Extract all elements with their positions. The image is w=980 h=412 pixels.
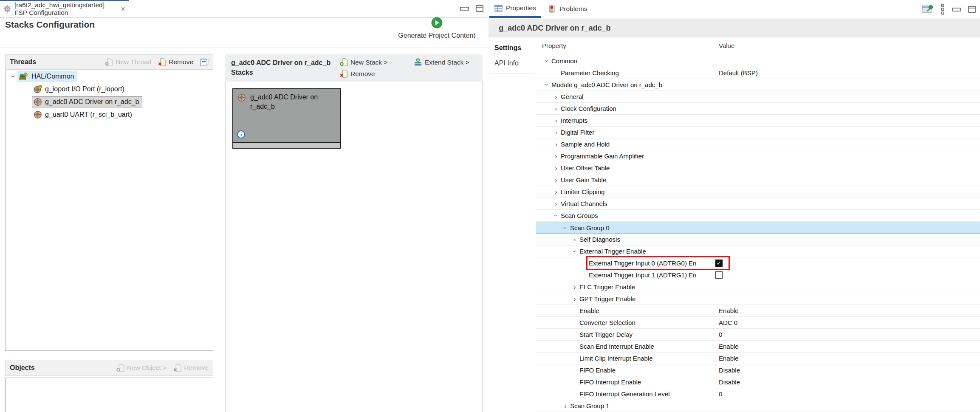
property-row-common[interactable]: ›Common: [536, 55, 980, 67]
property-row-scan-group-0[interactable]: ›Scan Group 0: [536, 222, 980, 234]
expand-expander-icon[interactable]: ›: [551, 200, 561, 207]
expand-expander-icon[interactable]: ›: [551, 176, 561, 183]
property-row-enable[interactable]: EnableEnable: [536, 305, 980, 317]
property-row-parameter-checking[interactable]: Parameter CheckingDefault (BSP): [536, 67, 980, 79]
expand-expander-icon[interactable]: ›: [570, 236, 579, 243]
extend-stack-button[interactable]: Extend Stack >: [414, 58, 469, 66]
expand-expander-icon[interactable]: ›: [561, 402, 570, 409]
property-row-clock-configuration[interactable]: ›Clock Configuration: [536, 103, 980, 115]
checkbox-checked[interactable]: ✓: [715, 260, 723, 267]
collapse-expander-icon[interactable]: ›: [562, 223, 569, 232]
property-value[interactable]: Enable: [719, 343, 739, 350]
view-menu-icon[interactable]: [940, 4, 945, 15]
remove-stack-button[interactable]: Remove: [340, 70, 375, 78]
maximize-icon[interactable]: [968, 6, 976, 13]
expand-expander-icon[interactable]: ›: [570, 283, 579, 291]
expand-expander-icon[interactable]: ›: [570, 295, 579, 302]
property-row-programmable-gain-amplifier[interactable]: ›Programmable Gain Amplifier: [536, 150, 980, 162]
expand-expander-icon[interactable]: ›: [551, 129, 561, 136]
collapse-expander-icon[interactable]: ›: [543, 80, 551, 90]
tree-item-content[interactable]: HAL/Common: [17, 71, 77, 82]
remove-object-button[interactable]: Remove: [173, 364, 209, 372]
header-divider: [0, 48, 487, 48]
new-object-button[interactable]: New Object >: [116, 364, 167, 372]
property-row-converter-selection[interactable]: Converter SelectionADC 0: [536, 317, 980, 329]
tree-item-content[interactable]: g_uart0 UART (r_sci_b_uart): [32, 109, 136, 120]
property-row-limit-clip-interrupt-enable[interactable]: Limit Clip Interrupt EnableEnable: [536, 353, 980, 364]
property-row-scan-end-interrupt-enable[interactable]: Scan End Interrupt EnableEnable: [536, 341, 980, 353]
expand-expander-icon[interactable]: ›: [551, 117, 561, 124]
property-row-user-gain-table[interactable]: ›User Gain Table: [536, 174, 980, 186]
property-value[interactable]: Disable: [719, 378, 740, 386]
property-row-gpt-trigger-enable[interactable]: ›GPT Trigger Enable: [536, 293, 980, 305]
tab-problems[interactable]: Problems: [543, 0, 592, 18]
stack-card-label: g_adc0 ADC Driver on r_adc_b: [250, 93, 318, 111]
side-tab-api-info[interactable]: API Info: [489, 59, 535, 67]
expander-icon[interactable]: ›: [9, 73, 17, 80]
column-header-property[interactable]: Property: [542, 42, 566, 49]
collapse-panel-icon[interactable]: [200, 58, 209, 66]
property-row-user-offset-table[interactable]: ›User Offset Table: [536, 162, 980, 174]
new-thread-button[interactable]: New Thread: [105, 58, 151, 66]
property-row-interrupts[interactable]: ›Interrupts: [536, 115, 980, 127]
objects-panel-header: Objects New Object > Remove: [5, 360, 213, 376]
collapse-expander-icon[interactable]: ›: [571, 247, 579, 256]
property-label: User Gain Table: [561, 176, 606, 183]
property-label: External Trigger Input 0 (ADTRG0) En: [589, 260, 696, 267]
property-row-general[interactable]: ›General: [536, 91, 980, 103]
collapse-expander-icon[interactable]: ›: [543, 56, 551, 66]
property-value[interactable]: ADC 0: [719, 319, 737, 326]
property-row-start-trigger-delay[interactable]: Start Trigger Delay0: [536, 329, 980, 341]
pin-editor-icon[interactable]: [922, 4, 933, 14]
property-row-fifo-interrupt-generation-level[interactable]: FIFO Interrupt Generation Level0: [536, 388, 980, 400]
expand-expander-icon[interactable]: ›: [551, 141, 561, 148]
property-row-scan-groups[interactable]: ›Scan Groups: [536, 210, 980, 222]
expand-expander-icon[interactable]: ›: [551, 93, 561, 100]
property-row-digital-filter[interactable]: ›Digital Filter: [536, 127, 980, 138]
property-row-module-g-adc0-adc-driver-on-r-adc-b[interactable]: ›Module g_adc0 ADC Driver on r_adc_b: [536, 79, 980, 91]
tree-item-g_adc0[interactable]: g_adc0 ADC Driver on r_adc_b: [6, 96, 213, 108]
expand-expander-icon[interactable]: ›: [551, 105, 561, 112]
property-value[interactable]: Enable: [719, 355, 739, 362]
property-value[interactable]: Disable: [719, 367, 740, 374]
minimize-icon[interactable]: [952, 6, 961, 12]
close-icon[interactable]: ×: [121, 5, 125, 13]
remove-thread-button[interactable]: Remove: [158, 58, 193, 66]
property-row-fifo-enable[interactable]: FIFO EnableDisable: [536, 364, 980, 376]
property-value[interactable]: Enable: [719, 307, 739, 314]
column-header-value[interactable]: Value: [719, 42, 734, 49]
stack-card-g-adc0[interactable]: g_adc0 ADC Driver on r_adc_b i: [232, 88, 341, 149]
checkbox-unchecked[interactable]: [715, 271, 723, 279]
property-row-scan-group-1[interactable]: ›Scan Group 1: [536, 400, 980, 412]
tree-item-content[interactable]: g_ioport I/O Port (r_ioport): [32, 84, 128, 95]
property-row-elc-trigger-enable[interactable]: ›ELC Trigger Enable: [536, 281, 980, 293]
new-stack-button[interactable]: New Stack >: [340, 58, 387, 66]
property-row-external-trigger-input-0-adtrg0-en[interactable]: External Trigger Input 0 (ADTRG0) En✓: [536, 257, 980, 269]
property-row-limiter-clipping[interactable]: ›Limiter Clipping: [536, 186, 980, 198]
property-value[interactable]: Default (BSP): [719, 69, 758, 76]
expand-expander-icon[interactable]: ›: [551, 188, 561, 195]
tree-item-hal-common[interactable]: ›HAL/Common: [6, 70, 213, 83]
property-label: Scan Group 0: [570, 224, 610, 231]
property-row-sample-and-hold[interactable]: ›Sample and Hold: [536, 138, 980, 150]
info-icon[interactable]: i: [237, 130, 245, 138]
expand-expander-icon[interactable]: ›: [551, 152, 561, 160]
maximize-icon[interactable]: [476, 5, 483, 12]
property-row-virtual-channels[interactable]: ›Virtual Channels: [536, 198, 980, 210]
expand-expander-icon[interactable]: ›: [551, 164, 561, 172]
side-tab-settings[interactable]: Settings: [489, 44, 535, 52]
property-row-external-trigger-input-1-adtrg1-en[interactable]: External Trigger Input 1 (ADTRG1) En: [536, 269, 980, 281]
property-row-external-trigger-enable[interactable]: ›External Trigger Enable: [536, 246, 980, 257]
minimize-icon[interactable]: [460, 6, 469, 11]
tree-item-content[interactable]: g_adc0 ADC Driver on r_adc_b: [32, 96, 142, 107]
property-row-fifo-interrupt-enable[interactable]: FIFO Interrupt EnableDisable: [536, 376, 980, 388]
property-value[interactable]: 0: [719, 331, 722, 338]
tab-properties[interactable]: Properties: [489, 0, 541, 18]
collapse-expander-icon[interactable]: ›: [553, 211, 560, 220]
property-row-self-diagnosis[interactable]: ›Self Diagnosis: [536, 234, 980, 246]
property-value[interactable]: 0: [719, 390, 722, 398]
tree-item-g_ioport[interactable]: g_ioport I/O Port (r_ioport): [6, 83, 213, 96]
generate-project-content-button[interactable]: Generate Project Content: [392, 17, 482, 40]
tree-item-g_uart0[interactable]: g_uart0 UART (r_sci_b_uart): [6, 108, 213, 121]
editor-tab-fsp-configuration[interactable]: [ra6t2_adc_hwi_gettingstarted] FSP Confi…: [0, 0, 129, 16]
